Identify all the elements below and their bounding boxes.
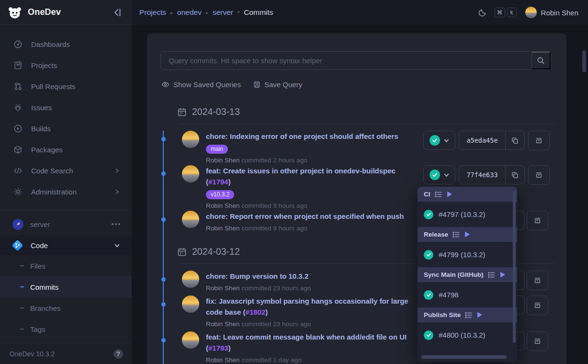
run-job-icon[interactable]: [500, 272, 506, 278]
popup-horizontal-scrollbar[interactable]: [421, 355, 507, 359]
avatar: [182, 211, 199, 228]
username: Robin Shen: [541, 9, 578, 17]
chevron-right-icon: [114, 168, 120, 174]
sidebar-item-builds[interactable]: Builds: [0, 118, 132, 139]
avatar: [525, 7, 537, 18]
job-header: Publish Site: [418, 307, 517, 322]
rocket-icon: [12, 219, 23, 230]
commit-message-link[interactable]: fix: Javascript symbol parsing hangs occ…: [206, 296, 421, 318]
code-menu-label: Code: [31, 241, 48, 250]
sidebar-item-packages[interactable]: Packages: [0, 139, 132, 160]
job-builds-list-icon[interactable]: [465, 311, 473, 319]
play-circle-icon: [13, 124, 23, 133]
sidebar-collapse-icon[interactable]: [113, 7, 123, 18]
page-scrollbar[interactable]: [582, 50, 586, 72]
branch-badge[interactable]: main: [206, 145, 228, 154]
avatar: [182, 271, 199, 288]
issue-link[interactable]: #1794: [208, 178, 228, 186]
commit-message-link[interactable]: chore: Indexing error of one project sho…: [206, 131, 421, 142]
ellipsis-icon[interactable]: [112, 223, 120, 225]
sub-item-label: Branches: [30, 304, 60, 312]
browse-code-button[interactable]: [527, 271, 548, 290]
sub-item-label: Commits: [30, 283, 58, 291]
run-job-icon[interactable]: [447, 191, 452, 197]
breadcrumb-onedev[interactable]: onedev: [177, 8, 202, 17]
build-success-icon: [424, 250, 433, 260]
build-success-icon: [430, 135, 440, 146]
browse-code-button[interactable]: [527, 296, 548, 315]
commit-hash-button[interactable]: a5eda45e: [459, 131, 525, 150]
commit-actions: a5eda45e: [423, 131, 550, 150]
commit-meta: Robin Shen committed 23 hours ago: [206, 320, 421, 328]
build-link[interactable]: #4797 (10.3.2): [418, 202, 517, 227]
commit-meta: Robin Shen committed 9 hours ago: [206, 202, 421, 209]
run-job-icon[interactable]: [477, 312, 483, 318]
breadcrumb-server[interactable]: server: [213, 8, 233, 17]
copy-icon[interactable]: [505, 131, 524, 149]
sidebar-item-tags[interactable]: Tags: [0, 318, 132, 340]
sidebar-item-code[interactable]: Code: [0, 235, 132, 255]
user-menu[interactable]: Robin Shen: [525, 7, 578, 18]
breadcrumb-projects[interactable]: Projects: [139, 8, 166, 17]
commit-message-link[interactable]: feat: Leave commit message blank when ad…: [206, 331, 421, 353]
save-query-button[interactable]: Save Query: [253, 80, 302, 89]
sidebar-item-pull-requests[interactable]: Pull Requests: [0, 76, 132, 97]
job-builds-list-icon[interactable]: [452, 231, 460, 239]
avatar: [182, 296, 199, 313]
search-button[interactable]: [531, 52, 551, 69]
job-name[interactable]: Publish Site: [424, 311, 461, 318]
tag-badge[interactable]: v10.3.2: [206, 190, 234, 199]
issue-link[interactable]: #1793: [208, 344, 228, 352]
sidebar-item-commits[interactable]: Commits: [0, 276, 132, 297]
sub-item-label: Files: [30, 262, 45, 270]
browse-code-button[interactable]: [527, 211, 548, 230]
browse-code-button[interactable]: [528, 131, 550, 150]
sidebar-item-dashboards[interactable]: Dashboards: [0, 34, 132, 55]
show-saved-queries-button[interactable]: Show Saved Queries: [161, 80, 241, 89]
version-label: OneDev 10.3.2: [10, 350, 55, 358]
commit-message-link[interactable]: feat: Create issues in other project in …: [206, 165, 421, 187]
commit-row: chore: Bump version to 10.3.2 Robin Shen…: [182, 271, 421, 292]
sidebar-item-projects[interactable]: Projects: [0, 55, 132, 76]
build-status-dropdown[interactable]: [423, 131, 455, 150]
command-palette-shortcut[interactable]: ⌘ k: [495, 8, 517, 17]
commit-message-link[interactable]: chore: Report error when project not spe…: [206, 211, 421, 222]
dark-mode-moon-icon[interactable]: [478, 8, 487, 17]
job-builds-list-icon[interactable]: [488, 271, 496, 279]
help-icon[interactable]: ?: [113, 349, 123, 359]
k-keycap: k: [507, 8, 517, 17]
commit-message-link[interactable]: chore: Bump version to 10.3.2: [206, 271, 421, 282]
job-builds-list-icon[interactable]: [435, 191, 442, 198]
pull-request-icon: [13, 82, 23, 91]
copy-icon[interactable]: [505, 166, 524, 184]
commit-hash: 77f4e633: [459, 166, 505, 184]
app-name: OneDev: [28, 7, 113, 17]
commit-query-input[interactable]: [161, 52, 531, 69]
browse-code-button[interactable]: [527, 331, 548, 351]
build-link[interactable]: #4800 (10.3.2): [418, 322, 517, 348]
project-name: server: [30, 220, 50, 228]
browse-code-button[interactable]: [528, 165, 550, 185]
sidebar-project-server[interactable]: server: [0, 213, 132, 235]
timeline-dot: [161, 302, 166, 307]
commit-hash-button[interactable]: 77f4e633: [459, 165, 525, 184]
sidebar-footer: OneDev 10.3.2 ?: [0, 343, 132, 364]
run-job-icon[interactable]: [464, 231, 470, 238]
sidebar-item-label: Builds: [31, 125, 51, 133]
sidebar-item-label: Packages: [31, 146, 63, 154]
sidebar-item-code-search[interactable]: Code Search: [0, 160, 132, 181]
job-name[interactable]: CI: [424, 191, 430, 198]
job-name[interactable]: Release: [424, 231, 448, 238]
job-name[interactable]: Sync Main (GitHub): [424, 271, 484, 278]
sidebar-item-files[interactable]: Files: [0, 255, 132, 276]
sidebar-item-issues[interactable]: Issues: [0, 97, 132, 118]
build-link[interactable]: #4798: [418, 282, 517, 307]
popup-vertical-scrollbar[interactable]: [513, 191, 516, 343]
sidebar-item-administration[interactable]: Administration: [0, 181, 132, 202]
commit-row: chore: Report error when project not spe…: [182, 211, 421, 232]
issue-link[interactable]: #1802: [246, 308, 266, 316]
sidebar-divider: [0, 210, 132, 210]
sidebar-item-branches[interactable]: Branches: [0, 297, 132, 318]
build-link[interactable]: #4799 (10.3.2): [418, 242, 517, 267]
build-status-dropdown[interactable]: [423, 165, 455, 184]
